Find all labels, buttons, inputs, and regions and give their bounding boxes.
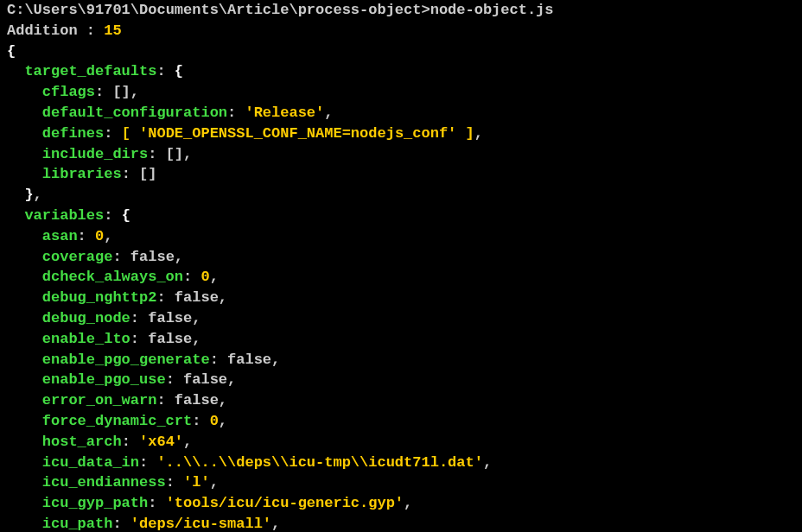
path-line: C:\Users\91701\Documents\Article\process…: [7, 0, 795, 21]
force-dynamic-crt-line: force_dynamic_crt: 0,: [42, 411, 795, 432]
enable-lto-line: enable_lto: false,: [42, 329, 795, 350]
icu-data-in-line: icu_data_in: '..\\..\\deps\\icu-tmp\\icu…: [42, 453, 795, 473]
open-brace: {: [7, 41, 795, 62]
asan-line: asan: 0,: [42, 226, 795, 247]
host-arch-line: host_arch: 'x64',: [42, 432, 795, 453]
target-defaults-close: },: [24, 185, 795, 206]
include-dirs-line: include_dirs: [],: [42, 144, 795, 165]
debug-node-line: debug_node: false,: [42, 308, 795, 329]
variables-open: variables: {: [24, 206, 795, 226]
icu-gyp-path-line: icu_gyp_path: 'tools/icu/icu-generic.gyp…: [42, 493, 795, 514]
error-on-warn-line: error_on_warn: false,: [42, 390, 795, 411]
defines-line: defines: [ 'NODE_OPENSSL_CONF_NAME=nodej…: [42, 124, 795, 144]
addition-value: 15: [104, 22, 121, 39]
debug-nghttp2-line: debug_nghttp2: false,: [42, 288, 795, 308]
addition-line: Addition : 15: [7, 21, 795, 41]
cflags-line: cflags: [],: [42, 82, 795, 103]
addition-label: Addition :: [7, 22, 104, 39]
coverage-line: coverage: false,: [42, 247, 795, 268]
icu-endianness-line: icu_endianness: 'l',: [42, 472, 795, 493]
terminal-output: C:\Users\91701\Documents\Article\process…: [7, 0, 795, 532]
enable-pgo-generate-line: enable_pgo_generate: false,: [42, 350, 795, 370]
default-configuration-line: default_configuration: 'Release',: [42, 103, 795, 124]
libraries-line: libraries: []: [42, 164, 795, 185]
icu-path-line: icu_path: 'deps/icu-small',: [42, 514, 795, 532]
target-defaults-open: target_defaults: {: [24, 61, 795, 82]
dcheck-always-on-line: dcheck_always_on: 0,: [42, 267, 795, 288]
enable-pgo-use-line: enable_pgo_use: false,: [42, 370, 795, 390]
